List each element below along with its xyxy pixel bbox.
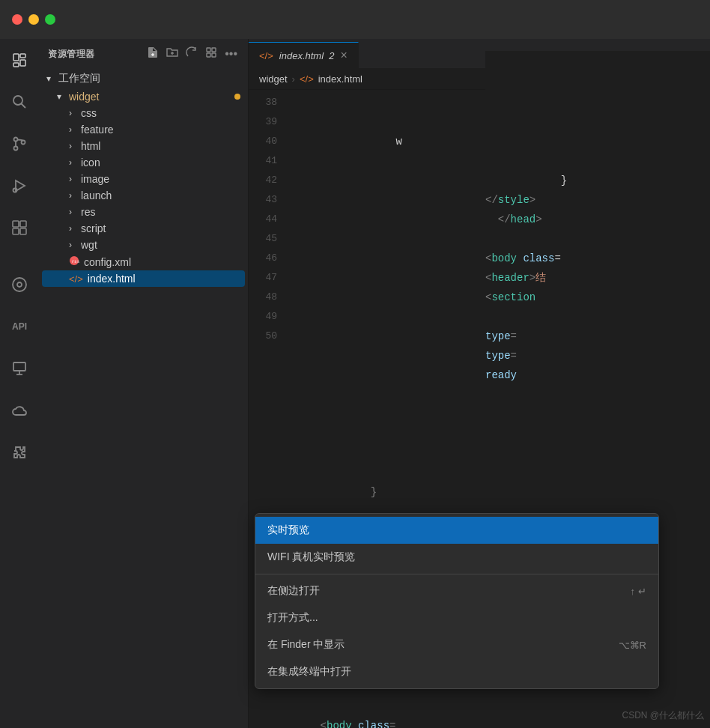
file-config-xml[interactable]: rss config.xml bbox=[42, 253, 245, 270]
code-line-48: <body class= bbox=[295, 716, 710, 728]
run-icon[interactable] bbox=[6, 172, 33, 199]
reveal-finder-shortcut: ⌥⌘R bbox=[619, 640, 646, 651]
folder-res-label: res bbox=[81, 206, 95, 218]
svg-rect-14 bbox=[13, 228, 19, 234]
api-icon[interactable]: API bbox=[6, 313, 33, 340]
svg-point-4 bbox=[13, 96, 22, 105]
source-control-icon[interactable] bbox=[6, 130, 33, 157]
folder-launch[interactable]: › launch bbox=[42, 187, 245, 204]
tab-close-button[interactable]: × bbox=[341, 49, 348, 62]
folder-html[interactable]: › html bbox=[42, 138, 245, 154]
folder-wgt[interactable]: › wgt bbox=[42, 237, 245, 253]
more-options-icon[interactable]: ••• bbox=[223, 46, 239, 62]
svg-text:rss: rss bbox=[72, 258, 80, 264]
editor-tab-index-html[interactable]: </> index.html 2 × bbox=[249, 42, 359, 68]
folder-html-label: html bbox=[81, 140, 100, 152]
activity-bar: API bbox=[0, 39, 39, 728]
context-menu: 实时预览 WIFI 真机实时预览 在侧边打开 ↑ ↵ 打开方式... 在 Fin… bbox=[255, 513, 659, 689]
svg-point-11 bbox=[13, 189, 17, 192]
svg-line-5 bbox=[22, 104, 26, 109]
svg-rect-25 bbox=[207, 48, 210, 52]
svg-rect-26 bbox=[212, 48, 216, 52]
breadcrumb: widget › </> index.html bbox=[249, 69, 710, 90]
close-button[interactable] bbox=[12, 14, 22, 25]
remote-icon[interactable] bbox=[6, 355, 33, 382]
folder-launch-label: launch bbox=[81, 189, 112, 201]
folder-feature[interactable]: › feature bbox=[42, 121, 245, 138]
folder-feature-label: feature bbox=[81, 124, 114, 136]
svg-point-7 bbox=[14, 147, 18, 151]
menu-item-open-side[interactable]: 在侧边打开 ↑ ↵ bbox=[255, 577, 658, 604]
folder-res[interactable]: › res bbox=[42, 204, 245, 220]
xml-icon: rss bbox=[69, 255, 79, 268]
menu-item-reveal-finder-label: 在 Finder 中显示 bbox=[267, 638, 345, 652]
file-index-html[interactable]: </> index.html bbox=[42, 270, 245, 287]
menu-item-reveal-finder[interactable]: 在 Finder 中显示 ⌥⌘R bbox=[255, 631, 658, 658]
folder-image-label: image bbox=[81, 173, 109, 185]
open-side-shortcut: ↑ ↵ bbox=[631, 586, 647, 597]
extensions-icon[interactable] bbox=[6, 214, 33, 241]
menu-item-wifi-preview[interactable]: WIFI 真机实时预览 bbox=[255, 544, 658, 571]
explorer-icon[interactable] bbox=[6, 46, 33, 73]
breadcrumb-icon-html: </> bbox=[300, 73, 314, 85]
source-control-icon-2[interactable] bbox=[6, 271, 33, 298]
folder-script[interactable]: › script bbox=[42, 220, 245, 237]
menu-item-wifi-preview-label: WIFI 真机实时预览 bbox=[267, 550, 355, 564]
svg-rect-15 bbox=[20, 228, 26, 234]
sidebar-actions: ••• bbox=[145, 45, 239, 63]
code-line-44: } bbox=[295, 482, 710, 502]
tab-bar: </> index.html 2 × bbox=[249, 39, 710, 69]
svg-point-17 bbox=[17, 282, 22, 287]
folder-widget[interactable]: ▾ widget bbox=[42, 88, 245, 105]
svg-rect-12 bbox=[13, 221, 19, 227]
launch-chevron: › bbox=[69, 190, 78, 201]
code-line-41 bbox=[295, 307, 710, 327]
svg-point-6 bbox=[14, 138, 18, 142]
svg-rect-27 bbox=[207, 53, 210, 57]
new-folder-icon[interactable] bbox=[165, 45, 180, 63]
cloud-icon[interactable] bbox=[6, 397, 33, 424]
svg-point-16 bbox=[13, 278, 26, 291]
menu-item-open-with[interactable]: 打开方式... bbox=[255, 604, 658, 631]
workspace-item[interactable]: ▾ 工作空间 bbox=[42, 69, 245, 88]
folder-script-label: script bbox=[81, 222, 106, 234]
icon-chevron: › bbox=[69, 157, 78, 168]
svg-rect-28 bbox=[212, 53, 216, 57]
script-chevron: › bbox=[69, 223, 78, 234]
puzzle-icon[interactable] bbox=[6, 439, 33, 466]
svg-rect-18 bbox=[13, 363, 25, 371]
new-file-icon[interactable] bbox=[145, 45, 160, 63]
widget-chevron: ▾ bbox=[57, 91, 66, 102]
folder-image[interactable]: › image bbox=[42, 171, 245, 187]
css-chevron: › bbox=[69, 108, 78, 118]
workspace-label: 工作空间 bbox=[58, 72, 100, 85]
code-line-39 bbox=[295, 190, 710, 210]
folder-css[interactable]: › css bbox=[42, 105, 245, 121]
menu-item-open-terminal-label: 在集成终端中打开 bbox=[267, 665, 351, 679]
code-line-40 bbox=[295, 249, 710, 268]
menu-item-open-with-label: 打开方式... bbox=[267, 611, 318, 625]
folder-icon[interactable]: › icon bbox=[42, 154, 245, 171]
svg-point-8 bbox=[22, 141, 25, 145]
maximize-button[interactable] bbox=[45, 14, 55, 25]
sidebar-title: 资源管理器 bbox=[48, 48, 95, 61]
refresh-icon[interactable] bbox=[184, 45, 199, 63]
modified-indicator bbox=[234, 94, 240, 100]
collapse-all-icon[interactable] bbox=[204, 45, 219, 63]
svg-rect-1 bbox=[20, 54, 25, 58]
sidebar: 资源管理器 bbox=[39, 39, 249, 728]
minimize-button[interactable] bbox=[28, 14, 39, 25]
image-chevron: › bbox=[69, 174, 78, 184]
titlebar bbox=[0, 0, 710, 39]
feature-chevron: › bbox=[69, 124, 78, 135]
html-file-icon: </> bbox=[69, 273, 83, 285]
menu-item-open-terminal[interactable]: 在集成终端中打开 bbox=[255, 658, 658, 685]
tab-html-icon: </> bbox=[259, 50, 273, 61]
search-icon[interactable] bbox=[6, 88, 33, 115]
breadcrumb-widget: widget bbox=[259, 73, 288, 85]
file-index-html-label: index.html bbox=[88, 273, 136, 285]
menu-item-live-preview[interactable]: 实时预览 bbox=[255, 517, 658, 544]
code-line-43 bbox=[295, 424, 710, 443]
svg-rect-13 bbox=[20, 221, 26, 227]
folder-wgt-label: wgt bbox=[81, 239, 97, 251]
